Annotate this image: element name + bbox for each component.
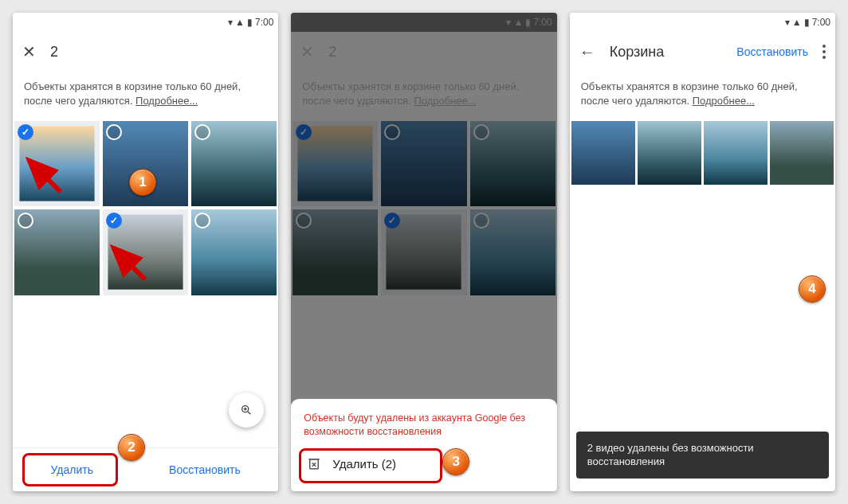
learn-more-link[interactable]: Подробнее... xyxy=(135,95,198,107)
status-time: 7:00 xyxy=(812,17,830,28)
photo-thumb[interactable] xyxy=(103,209,188,295)
step-badge-4: 4 xyxy=(799,275,826,303)
photo-thumb[interactable] xyxy=(770,121,834,185)
restore-button[interactable]: Восстановить xyxy=(736,45,808,58)
confirm-delete-button[interactable]: Удалить (2) xyxy=(304,450,544,477)
wifi-icon: ▾ xyxy=(228,17,233,28)
back-icon[interactable]: ← xyxy=(579,43,595,61)
battery-icon: ▮ xyxy=(247,17,253,28)
photo-thumb[interactable] xyxy=(191,209,277,295)
learn-more-link[interactable]: Подробнее... xyxy=(693,95,755,107)
page-title: Корзина xyxy=(610,44,665,61)
status-bar: ▾ ▲ ▮ 7:00 xyxy=(13,13,278,32)
step-badge-2: 2 xyxy=(118,434,145,461)
photo-thumb[interactable] xyxy=(704,121,768,185)
confirm-sheet: Объекты будут удалены из аккаунта Google… xyxy=(291,399,556,491)
signal-icon: ▲ xyxy=(792,17,802,28)
info-line-2: после чего удаляются. xyxy=(24,95,132,107)
info-line-1: Объекты хранятся в корзине только 60 дне… xyxy=(24,80,241,92)
step-badge-1: 1 xyxy=(129,169,156,196)
retention-info: Объекты хранятся в корзине только 60 дне… xyxy=(13,72,278,121)
snackbar: 2 видео удалены без возможности восстано… xyxy=(576,432,829,479)
selection-count: 2 xyxy=(50,44,58,61)
screen-2-confirm: ▾ ▲ ▮ 7:00 ✕ 2 Объекты хранятся в корзин… xyxy=(291,13,556,491)
screen-3-result: ▾ ▲ ▮ 7:00 ← Корзина Восстановить Объект… xyxy=(570,13,835,491)
status-time: 7:00 xyxy=(255,17,273,28)
warning-text: Объекты будут удалены из аккаунта Google… xyxy=(304,412,544,439)
magnify-plus-icon xyxy=(240,404,253,416)
app-bar: ✕ 2 xyxy=(13,32,278,72)
battery-icon: ▮ xyxy=(804,17,810,28)
restore-button[interactable]: Восстановить xyxy=(169,463,241,476)
close-icon[interactable]: ✕ xyxy=(22,42,36,61)
photo-grid xyxy=(13,121,278,295)
info-line-2: после чего удаляются. xyxy=(581,95,689,107)
zoom-fab[interactable] xyxy=(229,393,264,428)
photo-thumb[interactable] xyxy=(191,121,277,206)
photo-thumb[interactable] xyxy=(638,121,701,185)
delete-button[interactable]: Удалить xyxy=(51,463,93,476)
confirm-delete-label: Удалить (2) xyxy=(332,457,396,471)
svg-line-1 xyxy=(248,412,250,414)
photo-thumb[interactable] xyxy=(14,121,100,206)
status-bar: ▾ ▲ ▮ 7:00 xyxy=(570,13,835,32)
photo-grid xyxy=(570,121,835,185)
wifi-icon: ▾ xyxy=(785,17,790,28)
info-line-1: Объекты хранятся в корзине только 60 дне… xyxy=(581,80,798,92)
bottom-action-bar: Удалить Восстановить xyxy=(13,447,278,491)
trash-x-icon xyxy=(307,456,321,471)
overflow-menu-icon[interactable] xyxy=(822,45,826,59)
snackbar-text: 2 видео удалены без возможности восстано… xyxy=(587,442,754,468)
screen-1-select: ▾ ▲ ▮ 7:00 ✕ 2 Объекты хранятся в корзин… xyxy=(13,13,278,491)
signal-icon: ▲ xyxy=(235,17,245,28)
photo-thumb[interactable] xyxy=(571,121,635,185)
retention-info: Объекты хранятся в корзине только 60 дне… xyxy=(570,72,835,121)
app-bar: ← Корзина Восстановить xyxy=(570,32,835,72)
photo-thumb[interactable] xyxy=(14,209,100,295)
